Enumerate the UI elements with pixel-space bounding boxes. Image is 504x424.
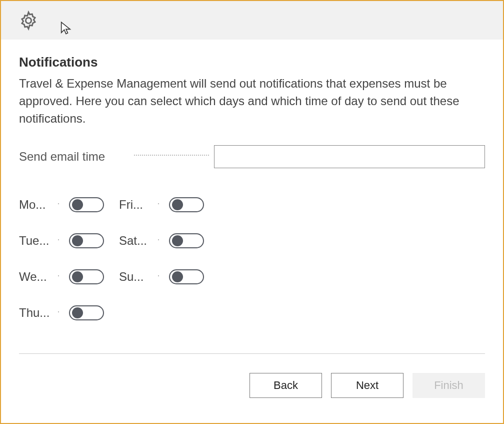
toggle-row-monday: Mo...· xyxy=(19,196,104,213)
toggle-row-friday: Fri...· xyxy=(119,196,204,213)
page-title: Notifications xyxy=(19,55,485,70)
toggle-wednesday[interactable] xyxy=(69,269,104,284)
toggle-knob xyxy=(72,271,83,282)
toggle-friday[interactable] xyxy=(169,197,204,212)
dot-separator: · xyxy=(154,198,163,212)
finish-button-label: Finish xyxy=(434,379,464,392)
toggle-knob xyxy=(72,235,83,246)
dot-separator: · xyxy=(54,234,63,248)
dot-separator: · xyxy=(54,270,63,284)
toggle-sunday[interactable] xyxy=(169,269,204,284)
svg-point-0 xyxy=(26,18,31,23)
toggle-thursday[interactable] xyxy=(69,305,104,320)
page-description: Travel & Expense Management will send ou… xyxy=(19,75,485,127)
cursor-icon xyxy=(60,21,72,35)
dot-separator: · xyxy=(54,198,63,212)
gear-icon[interactable] xyxy=(17,9,40,32)
toggle-row-thursday: Thu...· xyxy=(19,304,104,321)
toggle-row-saturday: Sat...· xyxy=(119,232,204,249)
toggle-knob xyxy=(72,199,83,210)
toggle-label-thursday: Thu... xyxy=(19,306,54,320)
toggle-label-tuesday: Tue... xyxy=(19,234,54,248)
content-area: Notifications Travel & Expense Managemen… xyxy=(1,40,503,321)
dotted-connector xyxy=(134,155,209,156)
back-button[interactable]: Back xyxy=(250,373,322,398)
toggle-row-tuesday: Tue...· xyxy=(19,232,104,249)
send-email-time-row: Send email time xyxy=(19,145,485,168)
toggle-knob xyxy=(72,307,83,318)
header-bar xyxy=(1,1,503,40)
footer-separator xyxy=(19,353,485,354)
toggle-row-sunday: Su...· xyxy=(119,268,204,285)
dot-separator: · xyxy=(54,306,63,320)
back-button-label: Back xyxy=(274,379,298,392)
day-toggles-col2: Fri...·Sat...·Su...· xyxy=(119,196,204,321)
day-toggles-col1: Mo...·Tue...·We...·Thu...· xyxy=(19,196,104,321)
next-button[interactable]: Next xyxy=(331,373,404,398)
dot-separator: · xyxy=(154,234,163,248)
footer-buttons: Back Next Finish xyxy=(250,373,485,398)
wizard-window: Notifications Travel & Expense Managemen… xyxy=(0,0,504,424)
toggle-knob xyxy=(172,235,183,246)
toggle-label-saturday: Sat... xyxy=(119,234,154,248)
toggle-label-friday: Fri... xyxy=(119,198,154,212)
toggle-tuesday[interactable] xyxy=(69,233,104,248)
send-email-time-input[interactable] xyxy=(214,145,485,168)
toggle-label-monday: Mo... xyxy=(19,198,54,212)
day-toggles-grid: Mo...·Tue...·We...·Thu...· Fri...·Sat...… xyxy=(19,196,485,321)
toggle-saturday[interactable] xyxy=(169,233,204,248)
dot-separator: · xyxy=(154,270,163,284)
toggle-knob xyxy=(172,199,183,210)
toggle-knob xyxy=(172,271,183,282)
toggle-label-wednesday: We... xyxy=(19,270,54,284)
finish-button: Finish xyxy=(412,373,485,398)
toggle-label-sunday: Su... xyxy=(119,270,154,284)
toggle-monday[interactable] xyxy=(69,197,104,212)
next-button-label: Next xyxy=(356,379,378,392)
toggle-row-wednesday: We...· xyxy=(19,268,104,285)
send-email-time-label: Send email time xyxy=(19,150,129,164)
